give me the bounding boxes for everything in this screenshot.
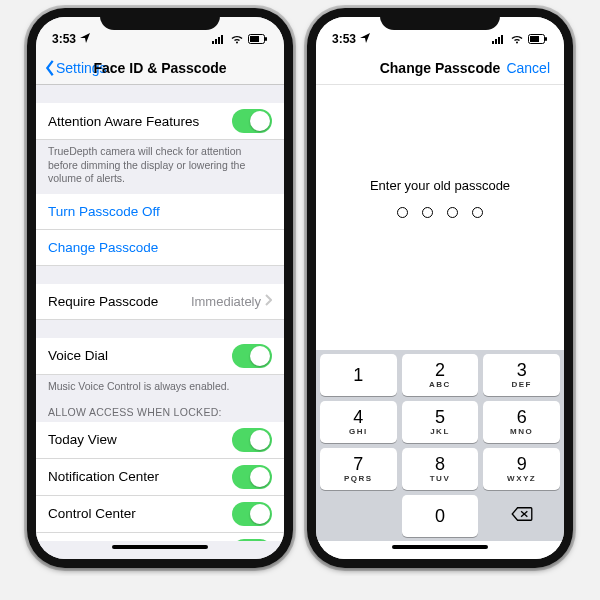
key-9[interactable]: 9WXYZ xyxy=(483,448,560,490)
wifi-icon xyxy=(510,34,524,44)
key-letters: MNO xyxy=(510,427,533,436)
svg-rect-10 xyxy=(501,35,503,44)
location-arrow-icon xyxy=(80,32,90,46)
backspace-icon xyxy=(511,506,533,526)
home-indicator[interactable] xyxy=(316,541,564,559)
key-number: 6 xyxy=(517,408,527,426)
key-letters: GHI xyxy=(349,427,368,436)
require-passcode-row[interactable]: Require Passcode Immediately xyxy=(36,284,284,320)
key-0[interactable]: 0 xyxy=(402,495,479,537)
key-7[interactable]: 7PQRS xyxy=(320,448,397,490)
key-letters: ABC xyxy=(429,380,451,389)
row-label: Require Passcode xyxy=(48,294,158,309)
key-letters: WXYZ xyxy=(507,474,536,483)
back-button[interactable]: Settings xyxy=(44,59,107,77)
svg-rect-0 xyxy=(212,41,214,44)
svg-rect-5 xyxy=(250,36,259,42)
attention-footer: TrueDepth camera will check for attentio… xyxy=(36,140,284,188)
key-number: 5 xyxy=(435,408,445,426)
passcode-dots xyxy=(397,207,483,218)
home-indicator[interactable] xyxy=(36,541,284,559)
status-right xyxy=(492,34,548,44)
wifi-icon xyxy=(230,34,244,44)
turn-passcode-off-row[interactable]: Turn Passcode Off xyxy=(36,194,284,230)
key-number: 8 xyxy=(435,455,445,473)
passcode-dot xyxy=(447,207,458,218)
settings-content[interactable]: Attention Aware Features TrueDepth camer… xyxy=(36,85,284,541)
row-label: Control Center xyxy=(48,506,136,521)
notch xyxy=(100,8,220,30)
cancel-button[interactable]: Cancel xyxy=(506,60,556,76)
toggle-switch[interactable] xyxy=(232,465,272,489)
toggle-switch[interactable] xyxy=(232,109,272,133)
key-3[interactable]: 3DEF xyxy=(483,354,560,396)
voice-dial-row[interactable]: Voice Dial xyxy=(36,338,284,375)
screen-change-passcode: 3:53 Change Passcode Cancel Enter your o… xyxy=(316,17,564,559)
key-number: 9 xyxy=(517,455,527,473)
attention-aware-row[interactable]: Attention Aware Features xyxy=(36,103,284,140)
locked-header: Allow Access When Locked: xyxy=(36,396,284,422)
svg-rect-9 xyxy=(498,37,500,44)
toggle-switch[interactable] xyxy=(232,428,272,452)
key-number: 7 xyxy=(353,455,363,473)
chevron-left-icon xyxy=(44,59,56,77)
row-label: Change Passcode xyxy=(48,240,158,255)
notch xyxy=(380,8,500,30)
control-center-row[interactable]: Control Center xyxy=(36,496,284,533)
svg-rect-2 xyxy=(218,37,220,44)
key-letters: JKL xyxy=(430,427,450,436)
key-letters: DEF xyxy=(511,380,532,389)
status-time: 3:53 xyxy=(332,32,356,46)
key-number: 2 xyxy=(435,361,445,379)
passcode-dot xyxy=(422,207,433,218)
status-time: 3:53 xyxy=(52,32,76,46)
signal-icon xyxy=(492,34,506,44)
key-8[interactable]: 8TUV xyxy=(402,448,479,490)
notification-center-row[interactable]: Notification Center xyxy=(36,459,284,496)
siri-row[interactable]: Siri xyxy=(36,533,284,541)
svg-rect-3 xyxy=(221,35,223,44)
prompt-text: Enter your old passcode xyxy=(370,178,510,193)
chevron-right-icon xyxy=(265,294,272,309)
numeric-keypad: 1 2ABC 3DEF 4GHI 5JKL 6MNO 7PQRS 8TUV 9W… xyxy=(316,350,564,541)
key-number: 0 xyxy=(435,507,445,525)
svg-rect-13 xyxy=(545,37,547,41)
key-number: 1 xyxy=(353,366,363,384)
key-letters: PQRS xyxy=(344,474,373,483)
status-right xyxy=(212,34,268,44)
voice-footer: Music Voice Control is always enabled. xyxy=(36,375,284,396)
key-2[interactable]: 2ABC xyxy=(402,354,479,396)
key-1[interactable]: 1 xyxy=(320,354,397,396)
key-letters: TUV xyxy=(430,474,451,483)
key-5[interactable]: 5JKL xyxy=(402,401,479,443)
back-label: Settings xyxy=(56,60,107,76)
today-view-row[interactable]: Today View xyxy=(36,422,284,459)
toggle-switch[interactable] xyxy=(232,502,272,526)
location-arrow-icon xyxy=(360,32,370,46)
phone-frame-left: 3:53 Settings Face ID & Passcode Atte xyxy=(27,8,293,568)
toggle-switch[interactable] xyxy=(232,344,272,368)
battery-icon xyxy=(528,34,548,44)
key-4[interactable]: 4GHI xyxy=(320,401,397,443)
row-value: Immediately xyxy=(191,294,261,309)
nav-bar: Settings Face ID & Passcode xyxy=(36,51,284,85)
key-delete[interactable] xyxy=(483,495,560,537)
change-passcode-row[interactable]: Change Passcode xyxy=(36,230,284,266)
passcode-dot xyxy=(397,207,408,218)
row-label: Attention Aware Features xyxy=(48,114,199,129)
key-number: 3 xyxy=(517,361,527,379)
battery-icon xyxy=(248,34,268,44)
row-label: Notification Center xyxy=(48,469,159,484)
signal-icon xyxy=(212,34,226,44)
nav-bar: Change Passcode Cancel xyxy=(316,51,564,85)
passcode-prompt-area: Enter your old passcode xyxy=(316,85,564,350)
svg-rect-1 xyxy=(215,39,217,44)
row-label: Today View xyxy=(48,432,117,447)
row-label: Voice Dial xyxy=(48,348,108,363)
svg-rect-7 xyxy=(492,41,494,44)
passcode-dot xyxy=(472,207,483,218)
svg-rect-6 xyxy=(265,37,267,41)
toggle-switch[interactable] xyxy=(232,539,272,541)
key-6[interactable]: 6MNO xyxy=(483,401,560,443)
key-number: 4 xyxy=(353,408,363,426)
